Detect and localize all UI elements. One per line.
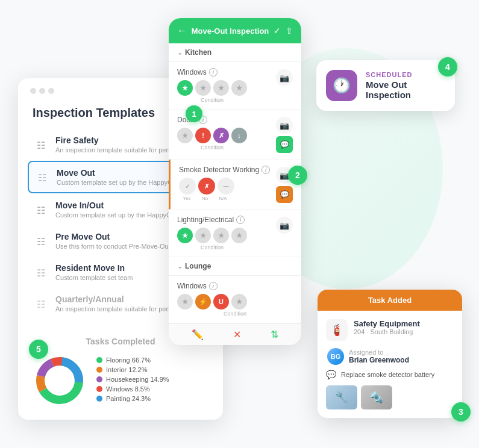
donut-chart (33, 353, 87, 408)
dot-yellow (39, 88, 45, 94)
inspection-item-windows-lounge: Windows i ★ ⚡ U ★ Condition (169, 276, 301, 323)
mobile-header: ← Move-Out Inspection ✓ ⇧ (169, 18, 301, 43)
mobile-body: ⌄ Kitchen Windows i ★ ★ (169, 43, 301, 345)
badge-2: 2 (288, 166, 307, 185)
edit-icon[interactable]: ✏️ (192, 329, 204, 340)
camera-button[interactable]: 📷 (276, 69, 293, 86)
task-note: 💬 Replace smoke detector battery (326, 370, 454, 379)
comment-button[interactable]: 💬 (276, 136, 293, 153)
condition-dot-1[interactable]: ★ (177, 294, 193, 310)
condition-label: Condition (177, 311, 293, 317)
legend-dot (96, 386, 102, 392)
yn-labels: Yes No N/A (179, 196, 270, 201)
task-card-body: 🧯 Safety Equipment 204 · South Building … (318, 311, 462, 418)
condition-dot-4[interactable]: ↓ (231, 128, 247, 143)
dot-green (48, 88, 54, 94)
chevron-icon: ⌄ (177, 263, 183, 270)
condition-dot-2[interactable]: ★ (195, 228, 211, 243)
legend-item-painting: Painting 24.3% (96, 395, 169, 402)
camera-button[interactable]: 📷 (276, 217, 293, 234)
template-icon-move-out: ☷ (34, 169, 51, 186)
info-icon: i (261, 166, 270, 174)
condition-dot-3[interactable]: ★ (213, 228, 229, 243)
info-icon: i (209, 68, 218, 76)
dot-red (30, 88, 36, 94)
condition-dots: ★ ★ ★ ★ (177, 228, 247, 243)
task-item-info: Safety Equipment 204 · South Building (354, 319, 420, 335)
yn-dots: ✓ ✗ — (179, 178, 270, 194)
task-photos: 🔧 🔩 (326, 385, 454, 409)
yn-dot-yes[interactable]: ✓ (179, 178, 196, 194)
share-icon: ⇧ (286, 26, 293, 36)
scheduled-label: SCHEDULED (366, 71, 445, 78)
item-label-lighting: Lighting/Electrical i (177, 216, 247, 224)
condition-dot-fair[interactable]: ★ (195, 80, 211, 96)
task-item: 🧯 Safety Equipment 204 · South Building (326, 319, 454, 341)
sort-icon[interactable]: ⇅ (271, 329, 278, 340)
chevron-icon: ⌄ (177, 49, 183, 57)
inspection-item-windows-kitchen: Windows i ★ ★ ★ ★ (169, 62, 301, 110)
inspection-item-smoke-detector: Smoke Detector Working i ✓ ✗ — Yes No N/… (169, 160, 301, 210)
mobile-bottom-bar: ✏️ ✕ ⇅ (169, 323, 301, 345)
condition-dot-good[interactable]: ★ (177, 80, 193, 96)
mobile-header-icons: ✓ ⇧ (274, 26, 293, 36)
legend-item-flooring: Flooring 66.7% (96, 356, 169, 364)
mobile-inspection-form: ← Move-Out Inspection ✓ ⇧ ⌄ Kitchen Wind… (169, 18, 301, 345)
svg-point-6 (45, 366, 74, 395)
condition-dot-4[interactable]: ★ (231, 228, 247, 243)
template-icon-move-inout: ☷ (33, 202, 49, 219)
section-header-kitchen: ⌄ Kitchen (169, 43, 301, 62)
camera-button[interactable]: 📷 (276, 117, 293, 134)
template-desc: Custom template set team (55, 274, 133, 281)
template-info-resident-move-in: Resident Move In Custom template set tea… (55, 263, 133, 281)
item-label-smoke: Smoke Detector Working i (179, 166, 270, 174)
condition-dot-poor[interactable]: ★ (213, 80, 229, 96)
inspection-item-lighting: Lighting/Electrical i ★ ★ ★ ★ Condition … (169, 210, 301, 257)
yn-dot-no[interactable]: ✗ (198, 178, 215, 194)
tasks-content: Flooring 66.7% Interior 12.2% Housekeepi… (33, 353, 208, 408)
badge-4: 4 (438, 57, 457, 76)
assignee-avatar: BG (327, 348, 344, 365)
condition-dot-2[interactable]: ⚡ (195, 294, 211, 310)
legend-dot (96, 376, 102, 382)
condition-dot-3[interactable]: ✗ (213, 128, 229, 143)
task-card-header: Task Added (318, 290, 462, 311)
task-photo-2: 🔩 (361, 385, 392, 409)
task-photo-1: 🔧 (326, 385, 357, 409)
template-icon-fire-safety: ☷ (33, 137, 49, 154)
yn-dot-na[interactable]: — (218, 178, 234, 194)
template-icon-quarterly: ☷ (33, 296, 49, 313)
legend-item-windows: Windows 8.5% (96, 385, 169, 393)
back-arrow-icon[interactable]: ← (177, 25, 187, 36)
task-title: Safety Equipment (354, 319, 420, 328)
task-subtitle: 204 · South Building (354, 328, 420, 335)
note-icon: 💬 (326, 370, 336, 379)
scheduled-title: Move Out Inspection (366, 79, 445, 100)
item-label-windows: Windows i (177, 68, 247, 76)
condition-label: Condition (177, 145, 247, 151)
legend-dot (96, 396, 102, 402)
template-icon-resident-move-in: ☷ (33, 264, 49, 281)
legend-item-housekeeping: Housekeeping 14.9% (96, 376, 169, 383)
photo-thumbnail-2: 🔩 (361, 385, 392, 409)
info-icon: i (209, 282, 218, 290)
condition-dot-na[interactable]: ★ (231, 80, 247, 96)
checkmark-icon: ✓ (274, 26, 281, 36)
comment-button-orange[interactable]: 💬 (276, 186, 293, 203)
condition-dot-4[interactable]: ★ (231, 294, 247, 310)
clock-icon: 🕐 (326, 70, 357, 101)
chart-legend: Flooring 66.7% Interior 12.2% Housekeepi… (96, 356, 169, 405)
condition-dot-2[interactable]: ! (195, 128, 211, 143)
task-note-text: Replace smoke detector battery (341, 371, 434, 378)
close-icon[interactable]: ✕ (233, 329, 241, 340)
scheduled-text: SCHEDULED Move Out Inspection (366, 71, 445, 100)
condition-label: Condition (177, 97, 247, 103)
condition-dot-1[interactable]: ★ (177, 228, 193, 243)
legend-item-interior: Interior 12.2% (96, 366, 169, 373)
template-icon-pre-move-out: ☷ (33, 233, 49, 250)
card-title: Inspection Templates (33, 106, 155, 120)
item-label-windows-lounge: Windows i (177, 282, 293, 290)
condition-dot-3[interactable]: U (213, 294, 229, 310)
fire-extinguisher-icon: 🧯 (326, 319, 348, 341)
condition-dot-1[interactable]: ★ (177, 128, 193, 143)
